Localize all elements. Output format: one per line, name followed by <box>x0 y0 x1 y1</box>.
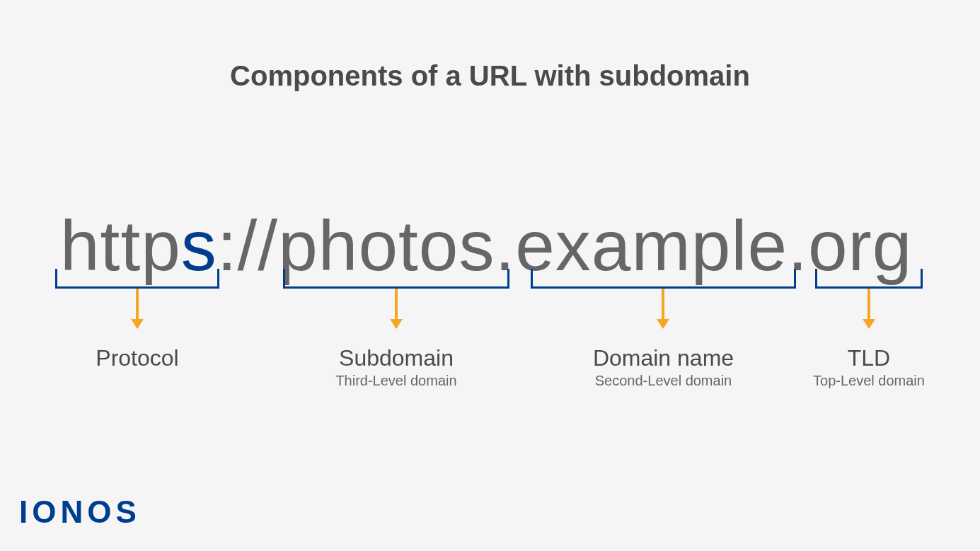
bracket-domain <box>531 269 796 289</box>
diagram-title: Components of a URL with subdomain <box>0 60 980 92</box>
arrow-domain <box>662 289 664 327</box>
label-protocol: Protocol <box>55 345 219 371</box>
sublabel-subdomain: Third-Level domain <box>283 373 509 389</box>
bracket-subdomain <box>283 269 509 289</box>
bracket-tld <box>815 269 923 289</box>
arrow-protocol <box>136 289 139 327</box>
label-subdomain: Subdomain <box>283 345 509 371</box>
label-tld: TLD <box>815 345 923 371</box>
sublabel-domain: Second-Level domain <box>531 373 796 389</box>
sublabel-tld: Top-Level domain <box>792 373 945 389</box>
arrow-subdomain <box>395 289 398 327</box>
brand-logo: IONOS <box>19 494 141 530</box>
arrow-tld <box>867 289 870 327</box>
bracket-protocol <box>55 269 219 289</box>
label-domain: Domain name <box>531 345 796 371</box>
